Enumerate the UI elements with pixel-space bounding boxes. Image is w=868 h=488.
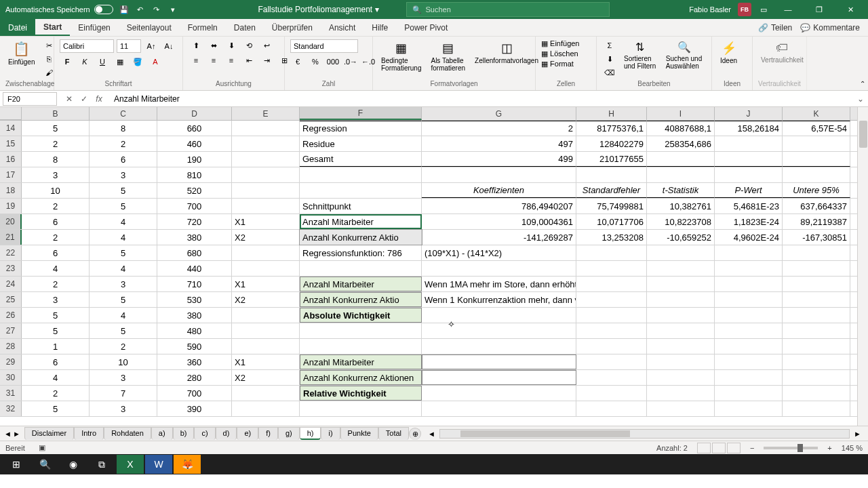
cell[interactable]	[576, 277, 647, 291]
hscroll-left-icon[interactable]: ◄	[428, 430, 435, 438]
cell[interactable]: 10	[90, 354, 157, 369]
cell[interactable]: 480	[157, 323, 232, 338]
cell[interactable]	[576, 261, 647, 276]
cell[interactable]: 109,0004361	[422, 214, 576, 229]
cell[interactable]: 5	[22, 121, 90, 136]
cell[interactable]: 380	[157, 230, 232, 245]
cell[interactable]: 10,382761	[647, 199, 715, 214]
cell[interactable]	[783, 136, 850, 151]
share-button[interactable]: 🔗 Teilen	[758, 23, 792, 33]
zoom-slider[interactable]	[764, 447, 818, 449]
tab-pivot[interactable]: Power Pivot	[396, 19, 456, 36]
cell[interactable]: 2	[22, 136, 90, 151]
cell[interactable]: Anzahl Konkurrenz Aktio	[300, 230, 422, 245]
cell[interactable]: 5	[90, 323, 157, 338]
cell[interactable]: 4	[90, 230, 157, 245]
col-header-B[interactable]: B	[22, 107, 90, 120]
row-header[interactable]: 15	[0, 136, 22, 151]
cell[interactable]	[300, 401, 422, 416]
format-cells-button[interactable]: ▦ Format	[541, 60, 574, 68]
autosave-toggle[interactable]: Automatisches Speichern	[5, 5, 113, 14]
cell[interactable]: Wenn 1 Konkurrenzaktion mehr, dann verri…	[422, 292, 576, 307]
cell[interactable]	[647, 261, 715, 276]
tab-review[interactable]: Überprüfen	[264, 19, 321, 36]
cell[interactable]: 5	[90, 183, 157, 198]
minimize-button[interactable]: —	[776, 0, 800, 19]
col-header-D[interactable]: D	[157, 107, 232, 120]
cell[interactable]: 4,9602E-24	[715, 230, 783, 245]
user-avatar[interactable]: FB	[738, 3, 751, 16]
row-header[interactable]: 32	[0, 401, 22, 416]
cell[interactable]	[647, 245, 715, 260]
cell[interactable]: Schnittpunkt	[300, 199, 422, 214]
cell[interactable]: Absolute Wichtigkeit	[300, 308, 422, 323]
row-header[interactable]: 16	[0, 152, 22, 167]
font-select[interactable]	[60, 39, 114, 53]
cell[interactable]	[647, 152, 715, 167]
cell[interactable]	[232, 183, 300, 198]
cell[interactable]	[647, 292, 715, 307]
cell[interactable]: Wenn 1MA mehr im Store, dann erhöht sich…	[422, 277, 576, 291]
cell[interactable]: 8	[22, 152, 90, 167]
horizontal-scrollbar[interactable]	[439, 429, 850, 439]
cell[interactable]	[232, 136, 300, 151]
cell[interactable]	[783, 401, 850, 416]
spreadsheet-grid[interactable]: BCDEFGHIJK 1458660Regression281775376,14…	[0, 107, 857, 426]
cell[interactable]	[715, 245, 783, 260]
tab-file[interactable]: Datei	[0, 19, 35, 36]
cell[interactable]: 6,57E-54	[783, 121, 850, 136]
cell[interactable]	[576, 167, 647, 182]
cell[interactable]: X1	[232, 214, 300, 229]
cell[interactable]: Residue	[300, 136, 422, 151]
cell[interactable]: 390	[157, 401, 232, 416]
col-header-J[interactable]: J	[715, 107, 783, 120]
cell[interactable]: 128402279	[576, 136, 647, 151]
cell[interactable]: 40887688,1	[647, 121, 715, 136]
align-left-icon[interactable]: ≡	[189, 54, 203, 66]
sheet-tab[interactable]: h)	[300, 427, 321, 440]
cell[interactable]	[783, 245, 850, 260]
undo-icon[interactable]: ↶	[135, 4, 146, 15]
cell[interactable]: 8	[90, 121, 157, 136]
sheet-tab[interactable]: b)	[173, 427, 195, 440]
cell[interactable]	[783, 167, 850, 182]
formula-input[interactable]: Anzahl Mitarbeiter	[108, 94, 853, 104]
sheet-nav-prev-icon[interactable]: ◄	[4, 430, 12, 438]
cell[interactable]: 89,2119387	[783, 214, 850, 229]
insert-cells-button[interactable]: ▦ Einfügen	[541, 39, 580, 48]
sheet-tab[interactable]: c)	[194, 427, 215, 440]
clear-icon[interactable]: ⌫	[602, 66, 617, 79]
cell[interactable]	[715, 339, 783, 354]
sheet-tab[interactable]: e)	[237, 427, 258, 440]
cell[interactable]	[715, 323, 783, 338]
cell[interactable]: 3	[22, 167, 90, 182]
cell[interactable]	[647, 167, 715, 182]
row-header[interactable]: 22	[0, 245, 22, 260]
cell[interactable]: 75,7499881	[576, 199, 647, 214]
cell[interactable]	[715, 308, 783, 323]
task-firefox-icon[interactable]: 🦊	[174, 455, 201, 474]
cell[interactable]: 2	[22, 230, 90, 245]
sort-filter-button[interactable]: ⇅Sortieren und Filtern	[621, 39, 659, 71]
font-color-button[interactable]: A	[148, 56, 163, 68]
save-icon[interactable]: 💾	[119, 4, 130, 15]
cell[interactable]: 460	[157, 136, 232, 151]
cell[interactable]: Gesamt	[300, 152, 422, 167]
cell[interactable]	[715, 370, 783, 385]
zoom-in-button[interactable]: +	[827, 444, 831, 452]
cell[interactable]: 3	[22, 292, 90, 307]
row-header[interactable]: 14	[0, 121, 22, 136]
cell[interactable]	[232, 261, 300, 276]
tab-formulas[interactable]: Formeln	[180, 19, 226, 36]
cell[interactable]: 680	[157, 245, 232, 260]
cell[interactable]	[576, 354, 647, 369]
zoom-level[interactable]: 145 %	[842, 444, 863, 452]
thousands-icon[interactable]: 000	[326, 56, 340, 68]
cell[interactable]	[422, 339, 576, 354]
cell[interactable]: Regressionsfunktion: 786	[300, 245, 422, 260]
cell[interactable]	[300, 339, 422, 354]
cell[interactable]: Standardfehler	[576, 183, 647, 198]
cell[interactable]	[576, 339, 647, 354]
cell[interactable]: 660	[157, 121, 232, 136]
select-all-corner[interactable]	[0, 107, 22, 120]
